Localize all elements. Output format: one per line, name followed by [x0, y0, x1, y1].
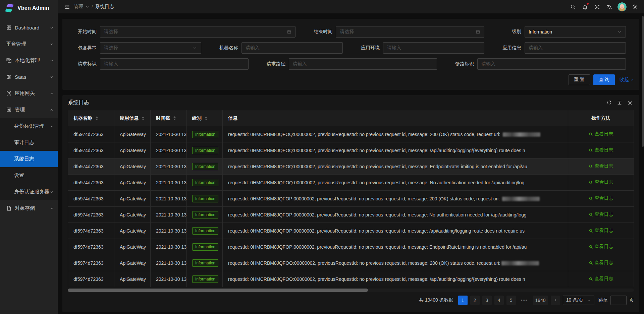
cell-level: Information: [187, 126, 223, 142]
storage-icon: [6, 205, 12, 211]
view-log-link[interactable]: 查看日志: [589, 147, 613, 153]
app-environment-input[interactable]: 请输入: [383, 42, 484, 54]
level-badge: Information: [192, 227, 218, 235]
page-button-4[interactable]: 4: [494, 296, 504, 305]
sidebar-item-settings[interactable]: 设置: [0, 167, 58, 184]
jump-suffix-label: 页: [629, 297, 634, 303]
column-header-app-info[interactable]: 应用信息: [114, 110, 151, 126]
sidebar-collapse-button[interactable]: [63, 0, 71, 13]
column-header-machine-name[interactable]: 机器名称: [68, 110, 114, 126]
sidebar-item-platform-management[interactable]: 平台管理: [0, 36, 58, 52]
page-jump-input[interactable]: [610, 296, 627, 305]
sort-icon[interactable]: [205, 116, 208, 120]
sidebar-item-audit-logs[interactable]: 审计日志: [0, 134, 58, 151]
user-avatar[interactable]: [615, 0, 629, 13]
sidebar-item-auth-server[interactable]: 身份认证服务器: [0, 184, 58, 200]
cell-level: Information: [187, 207, 223, 223]
sort-icon[interactable]: [142, 116, 145, 120]
sort-icon[interactable]: [95, 116, 98, 120]
collapse-filters-label: 收起: [620, 77, 629, 83]
page-scrollbar[interactable]: [642, 16, 644, 147]
start-time-input[interactable]: 请选择: [100, 26, 296, 38]
cell-level: Information: [187, 239, 223, 255]
horizontal-scrollbar[interactable]: [68, 289, 634, 292]
page-button-5[interactable]: 5: [506, 296, 516, 305]
view-log-link[interactable]: 查看日志: [589, 195, 613, 201]
view-log-link[interactable]: 查看日志: [589, 163, 613, 169]
log-table-row: df5974d72363ApiGateWay2021-10-30 13:31:3…: [68, 191, 634, 207]
filter-field-machine-name: 机器名称请输入: [209, 42, 351, 54]
level-input[interactable]: Information: [525, 26, 626, 38]
settings-icon[interactable]: [629, 0, 641, 13]
cell-level: Information: [187, 142, 223, 159]
table-toolbar: [606, 100, 634, 106]
column-settings-icon[interactable]: [627, 100, 633, 106]
column-header-level[interactable]: 级别: [187, 110, 223, 126]
level-badge: Information: [192, 147, 218, 154]
management-icon: [6, 107, 12, 113]
view-log-link[interactable]: 查看日志: [589, 211, 613, 217]
page-button-2[interactable]: 2: [470, 296, 480, 305]
end-time-input[interactable]: 请选择: [336, 26, 484, 38]
page-size-select[interactable]: 10 条/页: [563, 296, 594, 305]
app-logo[interactable]: Vben Admin: [0, 0, 58, 16]
trace-id-input[interactable]: 请输入: [477, 58, 626, 70]
magnifier-icon: [589, 277, 593, 281]
translate-icon[interactable]: [603, 0, 615, 13]
input-placeholder: 请输入: [387, 45, 480, 51]
magnifier-icon: [589, 180, 593, 185]
column-header-timestamp[interactable]: 时间戳: [151, 110, 187, 126]
app-info-input[interactable]: 请输入: [525, 42, 626, 54]
input-placeholder: 请输入: [293, 61, 433, 67]
sidebar-item-localization-management[interactable]: 本地化管理: [0, 52, 58, 69]
view-log-link[interactable]: 查看日志: [589, 260, 613, 266]
cell-level: Information: [187, 191, 223, 207]
search-button[interactable]: 查 询: [593, 74, 615, 85]
sidebar-item-label: 系统日志: [14, 156, 54, 162]
view-log-label: 查看日志: [595, 179, 613, 185]
page-button-1940[interactable]: 1940: [533, 296, 548, 305]
sidebar-item-app-gateway[interactable]: 应用网关: [0, 85, 58, 102]
sidebar-item-management[interactable]: 管理: [0, 102, 58, 118]
cell-app-info: ApiGateWay: [114, 175, 151, 191]
level-badge: Information: [192, 195, 218, 202]
view-log-link[interactable]: 查看日志: [589, 244, 613, 250]
view-log-link[interactable]: 查看日志: [589, 179, 613, 185]
refresh-icon[interactable]: [606, 100, 612, 106]
column-label: 应用信息: [120, 115, 139, 121]
panel-title: 系统日志: [68, 99, 89, 106]
cell-timestamp: 2021-10-30 13:31:36: [151, 239, 187, 255]
pagination-ellipsis: •••: [519, 296, 530, 305]
search-icon[interactable]: [567, 0, 579, 13]
request-path-input[interactable]: 请输入: [289, 58, 437, 70]
include-exception-input[interactable]: 请选择: [100, 42, 201, 54]
page-button-3[interactable]: 3: [482, 296, 492, 305]
collapse-filters-link[interactable]: 收起: [620, 77, 634, 83]
scrollbar-thumb[interactable]: [68, 289, 368, 292]
request-id-input[interactable]: 请输入: [100, 58, 249, 70]
sidebar-item-dashboard[interactable]: Dashboard: [0, 19, 58, 36]
view-log-link[interactable]: 查看日志: [589, 131, 613, 137]
sidebar-item-object-storage[interactable]: 对象存储: [0, 200, 58, 216]
sidebar-item-identity-management[interactable]: 身份标识管理: [0, 118, 58, 134]
page-button-1[interactable]: 1: [458, 296, 468, 305]
notification-icon[interactable]: [579, 0, 591, 13]
cell-actions: 查看日志: [568, 271, 634, 287]
filter-field-level: 级别Information: [492, 26, 634, 38]
magnifier-icon: [589, 212, 593, 217]
sidebar-item-saas[interactable]: Saas: [0, 69, 58, 85]
sort-icon[interactable]: [173, 116, 176, 120]
fullscreen-icon[interactable]: [591, 0, 603, 13]
filter-label-app-info: 应用信息: [492, 45, 521, 51]
jump-prefix-label: 跳至: [598, 297, 608, 303]
cell-message: requestId: 0HMCRBM8JQFOO:00000002, previ…: [223, 271, 568, 287]
breadcrumb-parent[interactable]: 管理: [74, 4, 83, 10]
view-log-link[interactable]: 查看日志: [589, 276, 613, 282]
sidebar-item-system-logs[interactable]: 系统日志: [0, 151, 58, 167]
machine-name-input[interactable]: 请输入: [241, 42, 343, 54]
log-table-row: df5974d72363ApiGateWay2021-10-30 13:31:3…: [68, 126, 634, 142]
view-log-link[interactable]: 查看日志: [589, 228, 613, 234]
next-page-button[interactable]: [551, 296, 560, 305]
row-height-icon[interactable]: [617, 100, 622, 106]
reset-button[interactable]: 重 置: [569, 74, 590, 85]
